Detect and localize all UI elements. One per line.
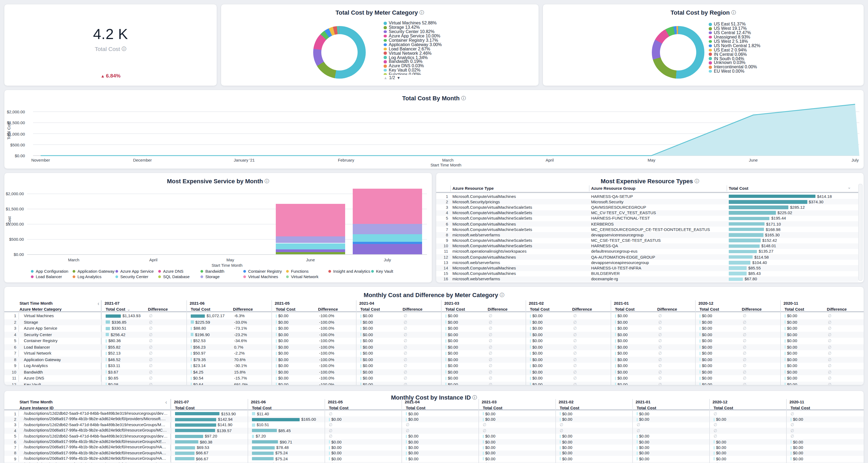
legend-item[interactable]: Application Gateway [72,269,115,274]
bar-segment[interactable] [276,204,345,236]
month-header[interactable]: 2020-11 [789,400,804,404]
total-cost-cell[interactable]: $0.00 [406,462,479,463]
total-cost-cell[interactable]: $414.18 [729,194,856,199]
total-cost-cell[interactable]: $0.00 [406,450,479,456]
total-cost-cell[interactable]: $256.42 [106,331,146,338]
total-cost-cell[interactable]: $0.54 [191,375,231,381]
table-row[interactable]: 4/subscriptions/20d6a917-99fa-4b1b-9b2e-… [4,428,864,433]
legend-item[interactable]: Azure DNS 0.03% [383,64,530,68]
total-cost-cell[interactable]: $0.00 [714,456,787,462]
total-cost-cell[interactable]: $97.20 [175,433,249,439]
total-cost-cell[interactable]: $0.00 [700,313,740,319]
total-cost-cell[interactable]: $0.00 [637,462,710,463]
total-cost-cell[interactable]: $75.24 [252,456,326,462]
total-cost-cell[interactable]: $142.94 [175,417,249,422]
total-cost-cell[interactable]: ∅ [790,411,864,417]
total-cost-cell[interactable]: $85.45 [252,428,326,433]
legend-item[interactable]: Azure DNS [158,269,183,274]
total-cost-cell[interactable]: $0.00 [406,417,479,422]
total-cost-cell[interactable]: ∅ [483,422,556,428]
total-cost-cell[interactable]: $0.00 [483,439,556,445]
table-row[interactable]: 4Microsoft.Compute/virtualMachineScaleSe… [436,210,858,215]
total-cost-cell[interactable]: $0.00 [615,325,655,331]
legend-item[interactable]: Bandwidth 0.19% [383,60,530,64]
table-row[interactable]: 7/subscriptions/20d6a917-99fa-4b1b-9b2e-… [4,445,864,451]
total-cost-cell[interactable]: $0.00 [360,369,400,375]
bar-segment[interactable] [353,234,422,242]
table-row[interactable]: 1Virtual Machines$1,143.93∅$1,072.17-6.3… [4,313,864,319]
legend-item[interactable]: Load Balancer 2.67% [383,47,530,51]
column-header-total-cost[interactable]: Total Cost [729,186,748,191]
total-cost-cell[interactable]: $0.00 [700,369,740,375]
total-cost-cell[interactable]: $65.08 [252,462,326,463]
legend-item[interactable]: Azure App Service [116,269,154,274]
info-icon[interactable]: ⓘ [500,292,504,298]
total-cost-cell[interactable]: $0.00 [615,363,655,369]
month-header[interactable]: 2021-02 [559,400,574,404]
total-cost-cell[interactable]: $69.53 [175,445,249,451]
total-cost-cell[interactable]: $0.00 [784,319,825,325]
table-row[interactable]: 14Microsoft.Compute/virtualMachinesHARNE… [436,265,858,271]
total-cost-cell[interactable]: $23.14 [191,363,231,369]
total-cost-cell[interactable]: $0.00 [276,313,316,319]
total-cost-cell[interactable]: $0.00 [445,331,486,338]
total-cost-cell[interactable]: $104.40 [729,260,856,265]
total-cost-cell[interactable]: $168.98 [729,227,856,232]
total-cost-cell[interactable]: $4.25 [191,369,231,375]
legend-item[interactable]: Security Center [116,274,148,279]
total-cost-cell[interactable]: ∅ [483,428,556,433]
total-cost-cell[interactable]: $0.00 [360,331,400,338]
total-cost-cell[interactable]: $0.00 [360,381,400,385]
table-row[interactable]: 10/subscriptions/20d6a917-99fa-4b1b-9b2e… [4,462,864,463]
total-cost-cell[interactable]: $0.00 [790,445,864,451]
total-cost-cell[interactable]: $7.20 [252,433,326,439]
month-header[interactable]: 2020-12 [699,301,713,306]
legend-item[interactable]: Bandwidth [200,269,224,274]
total-cost-cell[interactable]: $0.00 [329,439,403,445]
total-cost-cell[interactable]: $0.00 [483,450,556,456]
total-cost-cell[interactable]: ∅ [714,428,787,433]
total-cost-cell[interactable]: $0.00 [784,350,825,356]
total-cost-cell[interactable]: $0.00 [790,450,864,456]
pager-down-icon[interactable]: ▼ [397,76,400,80]
total-cost-cell[interactable]: $1,143.93 [106,313,146,319]
legend-item[interactable]: Application Gateway 3.00% [383,42,530,47]
total-cost-cell[interactable]: $0.00 [276,363,316,369]
month-header[interactable]: 2021-04 [405,400,420,404]
total-cost-cell[interactable]: $85.55 [729,265,856,271]
legend-item[interactable]: US East 51.37% [709,22,855,27]
total-cost-cell[interactable]: $0.00 [530,369,570,375]
total-cost-cell[interactable]: $0.00 [615,344,655,350]
total-cost-cell[interactable]: $0.00 [276,369,316,375]
total-cost-cell[interactable]: $0.00 [530,319,570,325]
total-cost-cell[interactable]: $85.43 [729,271,856,276]
total-cost-cell[interactable]: $0.00 [360,344,400,350]
total-cost-cell[interactable]: $336.85 [106,319,146,325]
total-cost-cell[interactable]: $0.00 [329,450,403,456]
total-cost-cell[interactable]: $0.00 [530,338,570,344]
legend-item[interactable]: Functions [286,269,309,274]
legend-item[interactable]: Virtual Machines [243,274,278,279]
legend-item[interactable]: App Configuration [31,269,68,274]
total-cost-cell[interactable]: ∅ [790,428,864,433]
table-row[interactable]: 12Microsoft.Compute/virtualMachinesQA-AU… [436,254,858,260]
total-cost-cell[interactable]: $0.00 [276,350,316,356]
total-cost-cell[interactable]: $0.00 [615,319,655,325]
total-cost-cell[interactable]: $0.00 [560,439,633,445]
total-cost-cell[interactable]: $0.00 [784,356,825,363]
legend-item[interactable]: Intercontinental 0.00% [709,65,855,69]
total-cost-cell[interactable]: $0.00 [276,375,316,381]
total-cost-cell[interactable]: $0.00 [560,450,633,456]
total-cost-cell[interactable]: $152.42 [729,238,856,243]
month-header[interactable]: 2021-05 [275,301,289,306]
total-cost-cell[interactable]: ∅ [714,422,787,428]
total-cost-cell[interactable]: ∅ [790,433,864,439]
total-cost-cell[interactable]: $0.00 [615,356,655,363]
total-cost-cell[interactable]: $0.00 [615,350,655,356]
total-cost-cell[interactable]: $0.00 [530,381,570,385]
total-cost-cell[interactable]: $0.00 [560,462,633,463]
month-header[interactable]: 2021-01 [636,400,650,404]
scroll-left-icon[interactable]: ‹ [165,400,167,404]
total-cost-cell[interactable]: $0.00 [360,338,400,344]
total-cost-cell[interactable]: ∅ [560,422,633,428]
